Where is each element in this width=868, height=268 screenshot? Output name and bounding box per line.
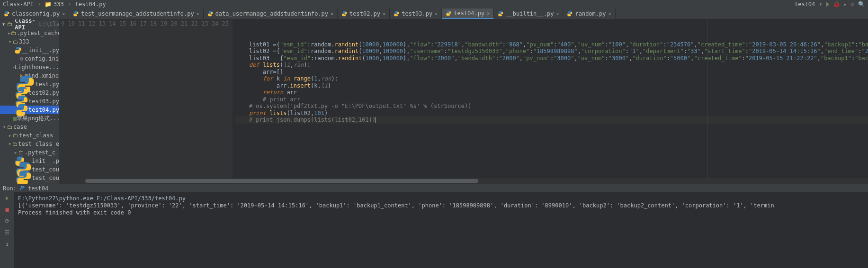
tree-label: test_cou bbox=[32, 175, 59, 181]
chevron-right-icon: › bbox=[36, 1, 42, 7]
more-icon[interactable]: ▸ bbox=[844, 1, 847, 8]
tree-item[interactable]: test02.py bbox=[0, 89, 59, 97]
code-area[interactable]: list01 ={"esm_id":random.randint(10000,1… bbox=[233, 19, 868, 178]
run-console[interactable]: E:\Python27\python.exe E:/Class-API/333/… bbox=[14, 192, 868, 268]
tree-item[interactable]: test03.py bbox=[0, 97, 59, 106]
folder-icon: 🗀 bbox=[12, 38, 19, 45]
tree-label: test04.py bbox=[28, 107, 59, 113]
tree-label: test03.py bbox=[28, 98, 59, 105]
tab-test02-py[interactable]: test02.py× bbox=[338, 9, 390, 19]
project-folder-icon: 🗀 bbox=[7, 21, 13, 27]
tab-label: test04.py bbox=[454, 10, 484, 17]
dropdown-icon[interactable]: ▾ bbox=[819, 1, 822, 8]
tree-item[interactable]: test04.py bbox=[0, 106, 59, 114]
run-tab-name[interactable]: test04 bbox=[28, 185, 48, 192]
tab-label: test03.py bbox=[402, 10, 432, 17]
folder-icon: 🗀 bbox=[7, 124, 13, 130]
run-label: Run: bbox=[3, 185, 17, 192]
tree-label: .pytest_c bbox=[25, 149, 55, 156]
close-icon[interactable]: × bbox=[383, 11, 385, 17]
close-icon[interactable]: × bbox=[435, 11, 438, 17]
tree-item[interactable]: ⚙config.ini bbox=[0, 54, 59, 63]
tab-label: __builtin__.py bbox=[506, 10, 554, 17]
tab-random-py[interactable]: random.py× bbox=[563, 9, 615, 19]
project-label: Class-API bbox=[3, 1, 34, 8]
tree-item[interactable]: test.py bbox=[0, 80, 59, 89]
expand-icon[interactable]: ▸ bbox=[8, 132, 12, 139]
python-icon bbox=[19, 186, 25, 191]
tree-label: Lighthouse... bbox=[15, 64, 59, 71]
rerun-icon[interactable] bbox=[3, 194, 11, 203]
tree-label: config.ini bbox=[25, 55, 59, 62]
tab-label: data_usermanage_addstudentinfo.py bbox=[215, 10, 328, 17]
tree-item[interactable]: __init__.py bbox=[0, 46, 59, 54]
svg-point-0 bbox=[21, 186, 22, 187]
line-gutter: 9 10 11 12 13 14 15 16 17 18 19 20 21 22… bbox=[59, 19, 233, 178]
tab-test03-py[interactable]: test03.py× bbox=[390, 9, 442, 19]
folder-label: 333 bbox=[54, 1, 64, 8]
folder-icon: 🗀 bbox=[12, 132, 19, 139]
close-icon[interactable]: × bbox=[487, 11, 490, 16]
close-icon[interactable]: × bbox=[331, 11, 333, 17]
tab-data_usermanage_addstudentinfo-py[interactable]: data_usermanage_addstudentinfo.py× bbox=[204, 9, 338, 19]
tree-item[interactable]: ▾🗀test_class_e bbox=[0, 140, 59, 148]
tree-item[interactable]: test_cou bbox=[0, 174, 59, 182]
tab-classconfig-py[interactable]: classconfig.py× bbox=[0, 9, 69, 19]
layout-icon[interactable]: ☰ bbox=[3, 228, 11, 237]
folder-icon: 📁 bbox=[45, 1, 51, 7]
close-icon[interactable]: × bbox=[608, 11, 611, 17]
tree-item[interactable]: ▾🗀333 bbox=[0, 37, 59, 46]
tab-__builtin__-py[interactable]: __builtin__.py× bbox=[494, 9, 563, 19]
breadcrumb-bar: Class-API › 📁 333 › test04.py test04 ▾ 🐞… bbox=[0, 0, 868, 9]
folder-icon: 🗀 bbox=[11, 30, 17, 36]
horizontal-scrollbar[interactable] bbox=[59, 178, 868, 184]
expand-icon[interactable]: ▸ bbox=[13, 149, 18, 156]
project-tree: ▸🗀.pytest_cache▾🗀333__init__.py⚙config.i… bbox=[0, 29, 59, 184]
tree-item[interactable]: ▸🗀test_class bbox=[0, 131, 59, 140]
close-icon[interactable]: × bbox=[197, 11, 199, 17]
tree-label: .pytest_cache bbox=[17, 30, 59, 36]
restart-icon[interactable]: ⟳ bbox=[3, 217, 11, 225]
run-config-name[interactable]: test04 bbox=[795, 1, 815, 8]
stop-icon[interactable]: ■ bbox=[851, 1, 854, 8]
tree-item[interactable]: ▦苹果png格式... bbox=[0, 114, 59, 123]
collapse-icon[interactable]: ▾ bbox=[2, 21, 5, 27]
code-editor[interactable]: 9 10 11 12 13 14 15 16 17 18 19 20 21 22… bbox=[59, 19, 868, 184]
tree-label: test02.py bbox=[28, 89, 59, 96]
search-icon[interactable]: 🔍 bbox=[858, 1, 865, 8]
tab-test_usermanage_addstudentinfo-py[interactable]: test_usermanage_addstudentinfo.py× bbox=[69, 9, 203, 19]
tree-label: __init__.py bbox=[22, 47, 59, 54]
project-path: E:\Class bbox=[39, 21, 59, 27]
chevron-right-icon: › bbox=[67, 1, 72, 7]
expand-icon[interactable]: ▾ bbox=[8, 141, 12, 147]
run-icon[interactable] bbox=[826, 2, 829, 7]
debug-icon[interactable]: 🐞 bbox=[833, 1, 840, 8]
tab-label: test_usermanage_addstudentinfo.py bbox=[81, 10, 194, 17]
config-icon: ⚙ bbox=[18, 55, 25, 62]
tab-label: test02.py bbox=[349, 10, 380, 17]
up-icon[interactable]: ↥ bbox=[3, 240, 11, 248]
tree-label: test_class_e bbox=[18, 141, 59, 147]
tree-item[interactable]: ▸🗀.pytest_c bbox=[0, 148, 59, 157]
tree-label: 333 bbox=[19, 38, 29, 45]
close-icon[interactable]: × bbox=[556, 11, 559, 17]
stop-icon[interactable]: ■ bbox=[3, 205, 11, 214]
tree-item[interactable]: ▾🗀case bbox=[0, 123, 59, 131]
folder-icon: 🗀 bbox=[18, 149, 25, 156]
tree-item[interactable]: ▸🗀.pytest_cache bbox=[0, 29, 59, 37]
expand-icon[interactable]: ▾ bbox=[2, 124, 7, 130]
run-toolbar: ■ ⟳ ☰ ↥ bbox=[0, 192, 14, 268]
close-icon[interactable]: × bbox=[62, 11, 65, 17]
tab-label: classconfig.py bbox=[12, 10, 60, 17]
tree-item[interactable]: Lighthouse... bbox=[0, 63, 59, 71]
scrollbar-thumb[interactable] bbox=[85, 179, 478, 183]
file-label: test04.py bbox=[75, 1, 106, 8]
tree-label: test_class bbox=[19, 132, 53, 139]
expand-icon[interactable]: ▾ bbox=[8, 38, 12, 45]
tree-label: test.py bbox=[35, 81, 59, 88]
editor-tabs: classconfig.py×test_usermanage_addstuden… bbox=[0, 9, 868, 19]
expand-icon[interactable]: ▸ bbox=[8, 30, 11, 36]
run-tool-header: Run: test04 bbox=[0, 184, 868, 192]
tab-test04-py[interactable]: test04.py× bbox=[442, 9, 494, 19]
folder-icon: 🗀 bbox=[12, 141, 18, 147]
